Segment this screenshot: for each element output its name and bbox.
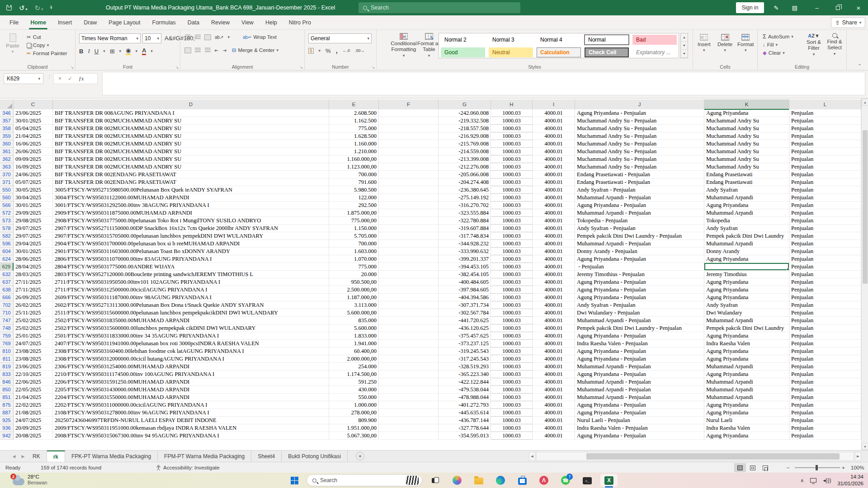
grid-cell[interactable]: -218.557.508	[439, 125, 491, 132]
row-header[interactable]: 629	[0, 263, 14, 271]
grid-cell[interactable]	[379, 378, 439, 386]
grid-cell[interactable]: 4000.01	[533, 194, 575, 202]
grid-cell[interactable]: 4000.01	[533, 232, 575, 240]
grid-cell[interactable]: 1000.03	[491, 332, 533, 340]
grid-cell[interactable]: Muhammad Arpandi - Penjualan	[575, 209, 704, 217]
tab-review[interactable]: Review	[205, 15, 236, 30]
zoom-slider[interactable]	[795, 467, 840, 468]
grid-cell[interactable]: 4000.01	[533, 163, 575, 171]
vertical-scrollbar[interactable]: ▲ ▼	[861, 99, 868, 450]
grid-cell[interactable]: Agung Priyandana	[704, 332, 789, 340]
grid-cell[interactable]: Agung Priyandana	[704, 355, 789, 363]
grid-cell[interactable]: -317.245.543	[439, 355, 491, 363]
grid-cell[interactable]	[379, 225, 439, 232]
grid-cell[interactable]: Agung Priyandana - Penjualan	[575, 278, 704, 286]
grid-cell[interactable]: Muchammad Andry Su	[704, 117, 789, 125]
scroll-right-icon[interactable]: ▶	[855, 452, 861, 461]
grid-cell[interactable]: Muchammad Andry Su	[704, 140, 789, 148]
grid-cell[interactable]: Muchammad Andry Su	[704, 148, 789, 155]
grid-cell[interactable]: -373.237.125	[439, 340, 491, 347]
grid-cell[interactable]: 4000.01	[533, 263, 575, 271]
grid-cell[interactable]: BIF TRANSFER DR 002ENDANG PRASETIAWAT	[53, 178, 329, 186]
horizontal-scrollbar[interactable]: ◀ ▶	[529, 452, 861, 461]
grid-cell[interactable]: 4000.01	[533, 140, 575, 148]
grid-cell[interactable]	[379, 324, 439, 332]
bold-button[interactable]: B	[79, 48, 83, 55]
comma-style-icon[interactable]: ,	[336, 47, 338, 54]
grid-cell[interactable]: Pempek pakcik Dini Dwi Laundry	[704, 232, 789, 240]
insert-cells-button[interactable]: Insert▾	[698, 34, 711, 52]
grid-cell[interactable]: 2204/FTSCY/WS95031550000.00MUHAMAD ARPAN…	[53, 394, 329, 401]
grid-cell[interactable]: Agung Priyandana - Penjualan	[575, 355, 704, 363]
grid-cell[interactable]: -399.201.337	[439, 255, 491, 263]
grid-cell[interactable]: Andy Syafran - Penjualan	[575, 301, 704, 309]
grid-cell[interactable]: 4000.01	[533, 317, 575, 324]
grid-cell[interactable]: 2202/FTSCY/WS950311000000.00cicilAGUNG P…	[53, 401, 329, 409]
grid-cell[interactable]: 2711/FTSCY/WS95031950500.00inv101 102AGU…	[53, 278, 329, 286]
grid-cell[interactable]: 1000.03	[491, 271, 533, 278]
grid-cell[interactable]: Andy Syafran - Penjualan	[575, 225, 704, 232]
grid-cell[interactable]: 1000.03	[491, 409, 533, 417]
grid-cell[interactable]: -436.120.625	[439, 324, 491, 332]
grid-cell[interactable]: -354.595.013	[439, 432, 491, 440]
grid-cell[interactable]: 1000.03	[491, 178, 533, 186]
grid-cell[interactable]: 1.160.000	[329, 140, 379, 148]
row-header[interactable]: 550	[0, 186, 14, 194]
grid-cell[interactable]: -328.519.293	[439, 363, 491, 371]
zoom-out-button[interactable]: −	[787, 462, 790, 473]
grid-cell[interactable]	[379, 301, 439, 309]
grid-cell[interactable]: 809.900	[329, 417, 379, 424]
grid-cell[interactable]: 1000.03	[491, 378, 533, 386]
grid-cell[interactable]: 1.070.000	[329, 255, 379, 263]
grid-cell[interactable]: 2609/FTSCY/WS950311187000.00inv 98AGUNG …	[53, 294, 329, 301]
grid-cell[interactable]	[379, 355, 439, 363]
grid-cell[interactable]: Penjualan	[789, 255, 861, 263]
insert-function-icon[interactable]: ƒx	[79, 75, 84, 82]
grid-cell[interactable]: 2.000.000,00	[329, 355, 379, 363]
grid-cell[interactable]: 1000.03	[491, 209, 533, 217]
grid-cell[interactable]: Muhammad Arpandi	[704, 363, 789, 371]
grid-cell[interactable]: Penjualan	[789, 109, 861, 117]
grid-cell[interactable]: Agung Priyandana - Penjualan	[575, 432, 704, 440]
grid-cell[interactable]: 25/11/2025	[14, 309, 53, 317]
row-header[interactable]: 370	[0, 171, 14, 178]
tab-help[interactable]: Help	[259, 15, 283, 30]
row-header[interactable]: 604	[0, 248, 14, 255]
font-size-combo[interactable]: 10▾	[142, 33, 161, 43]
grid-cell[interactable]: Agung Priyandana	[704, 432, 789, 440]
grid-cell[interactable]: 1000.03	[491, 163, 533, 171]
grid-cell[interactable]	[379, 117, 439, 125]
grid-cell[interactable]: Agung Priyandana	[704, 109, 789, 117]
grid-cell[interactable]: Jeremy Timothius	[704, 271, 789, 278]
grid-cell[interactable]: 4000.01	[533, 309, 575, 317]
grid-cell[interactable]: Andy Syafran	[704, 186, 789, 194]
grid-cell[interactable]: 4000.01	[533, 294, 575, 301]
grid-cell[interactable]: 4000.01	[533, 432, 575, 440]
grid-cell[interactable]	[379, 202, 439, 209]
grid-cell[interactable]: Muhammad Arpandi - Penjualan	[575, 386, 704, 394]
tab-page-layout[interactable]: Page Layout	[103, 15, 146, 30]
grid-cell[interactable]: Indra Raesha Valen - Penjualan	[575, 424, 704, 432]
cell-style-explanatory[interactable]: Explanatory ...	[632, 47, 677, 57]
grid-cell[interactable]: 4000.01	[533, 155, 575, 163]
enter-formula-icon[interactable]: ✓	[68, 75, 72, 82]
grid-cell[interactable]: BIF TRANSFER DR 002MUCHAMMAD ANDRY SU	[53, 117, 329, 125]
tab-nitro-pro[interactable]: Nitro Pro	[283, 15, 317, 30]
column-header-d[interactable]: D	[53, 99, 329, 109]
row-header[interactable]: 666	[0, 294, 14, 301]
zoom-in-button[interactable]: +	[842, 462, 845, 473]
accounting-format-icon[interactable]: $	[308, 48, 314, 54]
grid-cell[interactable]	[379, 401, 439, 409]
grid-cell[interactable]: Penjualan	[789, 278, 861, 286]
cell-style-normal-4[interactable]: Normal 4	[537, 35, 581, 45]
grid-cell[interactable]: 591.250	[329, 378, 379, 386]
grid-cell[interactable]: 1000.03	[491, 324, 533, 332]
grid-cell[interactable]: Penjualan	[789, 401, 861, 409]
orientation-icon[interactable]: ab↗	[215, 35, 224, 40]
collapse-ribbon-icon[interactable]: ⌃	[858, 63, 862, 68]
grid-cell[interactable]: Muhammad Arpandi - Penjualan	[575, 240, 704, 248]
grid-cell[interactable]: Andy Syafran - Penjualan	[575, 186, 704, 194]
grid-cell[interactable]: -344.928.232	[439, 240, 491, 248]
grid-cell[interactable]: 4000.01	[533, 217, 575, 225]
grid-cell[interactable]: Agung Priyandana	[704, 286, 789, 294]
